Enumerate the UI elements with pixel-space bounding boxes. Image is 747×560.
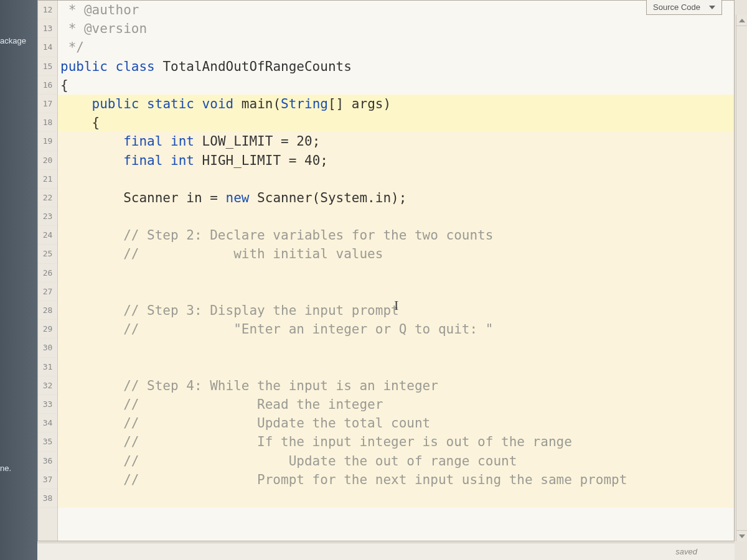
code-line[interactable]: * @version (58, 19, 734, 38)
line-number: 26 (38, 264, 57, 282)
code-line[interactable]: final int HIGH_LIMIT = 40; (58, 151, 734, 170)
line-number: 33 (38, 395, 57, 414)
code-line[interactable]: public static void main(String[] args) (58, 95, 734, 113)
status-bar: saved (37, 543, 735, 560)
left-truncated-label-1: ackage (0, 36, 26, 45)
code-editor-panel: 1213141516171819202122232425262728293031… (37, 0, 735, 541)
vertical-scrollbar[interactable] (736, 15, 747, 541)
line-number: 24 (38, 226, 57, 245)
code-line[interactable]: * @author (58, 1, 734, 19)
line-number: 35 (38, 432, 57, 451)
code-line[interactable] (58, 489, 734, 508)
code-area[interactable]: 1213141516171819202122232425262728293031… (38, 1, 734, 541)
line-number: 21 (38, 170, 57, 189)
line-number: 34 (38, 414, 57, 432)
line-number: 22 (38, 189, 57, 207)
chevron-down-icon (709, 6, 715, 9)
line-number: 23 (38, 207, 57, 226)
code-line[interactable] (58, 170, 734, 189)
line-number: 16 (38, 76, 57, 95)
status-text: saved (675, 547, 697, 556)
code-line[interactable]: Scanner in = new Scanner(System.in); (58, 189, 734, 207)
line-number: 19 (38, 132, 57, 151)
chevron-down-icon (739, 534, 745, 538)
code-line[interactable]: { (58, 113, 734, 132)
line-number: 20 (38, 151, 57, 170)
code-line[interactable]: final int LOW_LIMIT = 20; (58, 132, 734, 151)
line-number-gutter: 1213141516171819202122232425262728293031… (38, 1, 58, 541)
line-number: 32 (38, 376, 57, 395)
code-line[interactable] (58, 358, 734, 376)
code-line[interactable]: // Update the out of range count (58, 452, 734, 470)
line-number: 31 (38, 358, 57, 376)
left-truncated-label-2: ne. (0, 464, 11, 473)
line-number: 29 (38, 320, 57, 338)
scroll-down-button[interactable] (736, 530, 747, 541)
line-number: 13 (38, 19, 57, 38)
code-line[interactable]: { (58, 76, 734, 95)
code-line[interactable]: // Read the integer (58, 395, 734, 414)
line-number: 28 (38, 301, 57, 320)
line-number: 38 (38, 489, 57, 508)
code-line[interactable]: public class TotalAndOutOfRangeCounts (58, 57, 734, 76)
chevron-up-icon (739, 19, 745, 22)
code-line[interactable] (58, 207, 734, 226)
line-number: 36 (38, 452, 57, 470)
line-number: 37 (38, 470, 57, 489)
line-number: 15 (38, 57, 57, 76)
line-number: 14 (38, 38, 57, 57)
code-lines[interactable]: I * @author * @version */public class To… (58, 1, 734, 541)
code-line[interactable]: */ (58, 38, 734, 57)
code-line[interactable]: // "Enter an integer or Q to quit: " (58, 320, 734, 338)
code-line[interactable]: // Update the total count (58, 414, 734, 432)
code-line[interactable]: // Step 2: Declare variables for the two… (58, 226, 734, 245)
text-cursor-icon: I (394, 297, 398, 314)
line-number: 12 (38, 1, 57, 19)
code-line[interactable]: // If the input integer is out of the ra… (58, 432, 734, 451)
code-line[interactable]: // Prompt for the next input using the s… (58, 470, 734, 489)
line-number: 25 (38, 245, 57, 263)
source-code-dropdown[interactable]: Source Code (646, 0, 722, 15)
window-left-edge (0, 0, 37, 560)
line-number: 17 (38, 95, 57, 113)
line-number: 30 (38, 338, 57, 357)
code-line[interactable]: // Step 4: While the input is an integer (58, 376, 734, 395)
dropdown-label: Source Code (653, 2, 700, 12)
scroll-up-button[interactable] (736, 15, 747, 26)
code-line[interactable] (58, 264, 734, 282)
code-line[interactable]: // with initial values (58, 245, 734, 263)
line-number: 18 (38, 113, 57, 132)
code-line[interactable] (58, 338, 734, 357)
line-number: 27 (38, 282, 57, 301)
